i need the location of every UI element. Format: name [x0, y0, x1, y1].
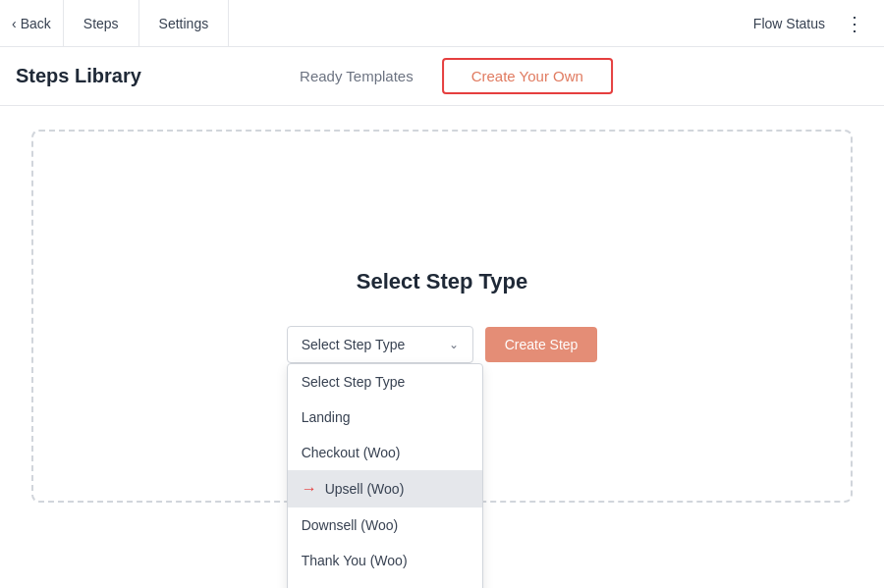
- tab-create-your-own[interactable]: Create Your Own: [442, 58, 613, 94]
- tab-settings[interactable]: Settings: [139, 0, 230, 46]
- dashed-container: Select Step Type Select Step Type ⌄ Sele…: [31, 130, 853, 503]
- dropdown-menu: Select Step Type Landing Checkout (Woo) …: [287, 363, 483, 588]
- dropdown-item-downsell[interactable]: Downsell (Woo): [288, 508, 482, 543]
- create-step-button[interactable]: Create Step: [485, 327, 598, 362]
- sub-header: Steps Library Ready Templates Create You…: [0, 47, 884, 106]
- dropdown-selected-value: Select Step Type: [302, 337, 406, 352]
- tab-ready-templates[interactable]: Ready Templates: [271, 59, 442, 93]
- select-row: Select Step Type ⌄ Select Step Type Land…: [287, 326, 598, 363]
- back-button[interactable]: ‹ Back: [12, 0, 64, 46]
- dropdown-item-checkout[interactable]: Checkout (Woo): [288, 435, 482, 470]
- steps-library-title: Steps Library: [16, 65, 173, 87]
- dropdown-item-placeholder[interactable]: Select Step Type: [288, 364, 482, 400]
- main-content: Select Step Type Select Step Type ⌄ Sele…: [0, 106, 884, 588]
- dropdown-item-upsell[interactable]: → Upsell (Woo): [288, 470, 482, 508]
- tab-steps[interactable]: Steps: [64, 0, 139, 46]
- dropdown-wrapper: Select Step Type ⌄ Select Step Type Land…: [287, 326, 473, 363]
- dropdown-item-landing[interactable]: Landing: [288, 400, 482, 435]
- more-options-button[interactable]: ⋮: [837, 12, 872, 35]
- dropdown-item-thankyou[interactable]: Thank You (Woo): [288, 543, 482, 578]
- back-label: Back: [21, 16, 51, 31]
- top-nav: ‹ Back Steps Settings Flow Status ⋮: [0, 0, 884, 47]
- select-step-type-title: Select Step Type: [357, 269, 527, 294]
- back-arrow-icon: ‹: [12, 16, 17, 31]
- flow-status-button[interactable]: Flow Status: [742, 16, 837, 31]
- dropdown-item-optin[interactable]: Optin (Woo): [288, 578, 482, 588]
- arrow-right-icon: →: [302, 480, 317, 498]
- step-type-dropdown[interactable]: Select Step Type ⌄: [287, 326, 473, 363]
- sub-header-tabs: Ready Templates Create Your Own: [271, 58, 613, 94]
- chevron-down-icon: ⌄: [449, 338, 459, 351]
